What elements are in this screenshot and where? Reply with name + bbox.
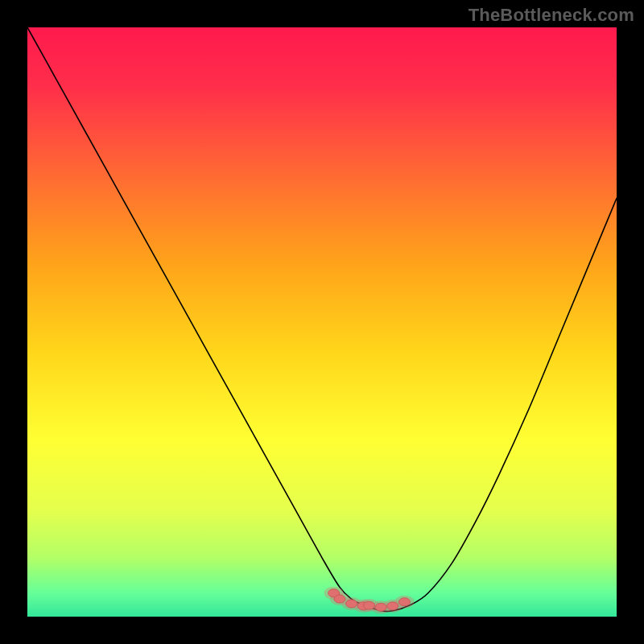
marker-dot <box>387 602 398 610</box>
marker-dot <box>346 600 357 608</box>
marker-dot <box>375 603 386 611</box>
marker-dot <box>334 595 345 603</box>
plot-area <box>27 27 617 617</box>
chart-frame: TheBottleneck.com <box>0 0 644 644</box>
marker-dot <box>398 598 410 606</box>
watermark-text: TheBottleneck.com <box>469 5 634 26</box>
gradient-background <box>27 27 617 617</box>
marker-dot <box>364 601 375 609</box>
chart-canvas <box>27 27 617 617</box>
